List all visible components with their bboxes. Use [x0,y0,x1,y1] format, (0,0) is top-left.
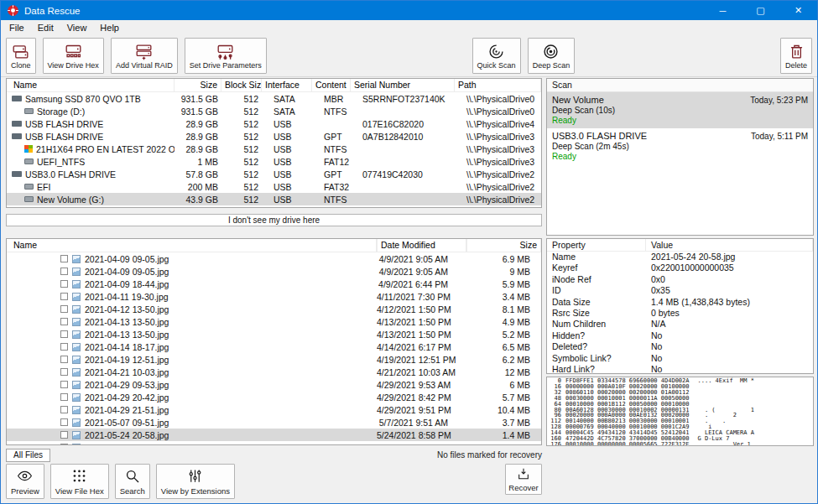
drive-row[interactable]: USB FLASH DRIVE 28.9 GB 512 USB 017E16C8… [7,117,541,130]
file-row[interactable]: 2021-04-21 10-03.jpg 4/21/2021 10:03 AM … [7,366,541,378]
file-checkbox[interactable] [60,431,68,439]
recover-button[interactable]: Recover [505,464,542,495]
file-checkbox[interactable] [60,406,68,413]
hex-ascii: Ver.1. [698,442,754,446]
drive-col-block-size[interactable]: Block Size [221,79,262,91]
property-value: No [646,341,813,352]
file-checkbox[interactable] [60,318,68,325]
jpg-file-icon [72,418,81,427]
file-row[interactable]: 2021-04-13 13-50.jpg 4/13/2021 1:50 PM 5… [7,328,541,340]
file-checkbox[interactable] [60,444,68,445]
file-row[interactable]: 2021-04-14 18-17.jpg 4/14/2021 6:17 PM 6… [7,340,541,353]
file-checkbox[interactable] [60,381,68,388]
drive-row[interactable]: USB3.0 FLASH DRIVE 57.8 GB 512 USB GPT 0… [7,168,541,180]
file-checkbox[interactable] [60,293,68,300]
drive-path: \\.\PhysicalDrive2 [455,195,541,205]
drive-row[interactable]: Storage (D:) 931.5 GB 512 SATA NTFS \\.\… [7,105,541,117]
sliders-icon [187,468,203,486]
search-button[interactable]: Search [115,464,150,499]
jpg-file-icon [72,343,81,351]
file-row[interactable]: 2021-04-29 21-51.jpg 4/29/2021 9:51 PM 1… [7,403,541,416]
property-row: iNode Ref 0x0 [547,274,813,285]
file-checkbox[interactable] [60,393,68,401]
view-file-hex-button[interactable]: View File Hex [50,464,109,499]
hex-grid-icon [71,468,87,486]
file-checkbox[interactable] [60,418,68,426]
file-row[interactable]: 2021-04-29 20-42.jpg 4/29/2021 8:42 PM 5… [7,391,541,403]
menu-help[interactable]: Help [93,23,126,33]
hex-line: 176 00010000 00000000 00005665 722E312E … [547,442,813,446]
preview-button[interactable]: Preview [6,464,44,499]
drive-col-name[interactable]: Name [7,79,175,91]
property-value: No [646,364,813,374]
file-checkbox[interactable] [60,343,68,351]
drive-row[interactable]: EFI 200 MB 512 USB FAT32 \\.\PhysicalDri… [7,180,541,193]
file-row[interactable]: 2021-12-04 10-00.jpg 12/4/2021 1:53 PM 3… [7,441,541,445]
dont-see-drive-button[interactable]: I don't see my drive here [6,214,542,226]
drive-row[interactable]: Samsung SSD 870 QVO 1TB 931.5 GB 512 SAT… [7,92,541,105]
drive-col-interface[interactable]: Interface [262,79,312,91]
drive-col-content[interactable]: Content [312,79,351,91]
drive-col-serial[interactable]: Serial Number [351,79,455,91]
delete-button[interactable]: Delete [780,38,812,74]
set-drive-parameters-button[interactable]: Set Drive Parameters [185,38,267,74]
drive-col-size[interactable]: Size [175,79,221,91]
file-row[interactable]: 2021-04-13 13-50.jpg 4/13/2021 1:50 PM 4… [7,315,541,328]
tab-all-files[interactable]: All Files [6,449,50,462]
file-row[interactable]: 2021-04-12 13-50.jpg 4/12/2021 1:50 PM 8… [7,303,541,315]
drive-col-path[interactable]: Path [455,79,541,91]
menu-edit[interactable]: Edit [31,23,60,33]
drive-block-size: 512 [221,157,262,167]
file-date-modified: 4/29/2021 8:42 PM [377,392,466,403]
scan-entry[interactable]: USB3.0 FLASH DRIVE Today, 5:11 PM Deep S… [547,128,813,164]
drive-path: \\.\PhysicalDrive3 [455,144,541,154]
file-row[interactable]: 2021-05-07 09-51.jpg 5/7/2021 9:51 AM 3.… [7,416,541,429]
drive-row[interactable]: USB FLASH DRIVE 28.9 GB 512 USB GPT 0A7B… [7,130,541,143]
quick-scan-button[interactable]: Quick Scan [472,38,521,74]
volume-icon [24,196,34,202]
scan-entry[interactable]: New Volume Today, 5:23 PM Deep Scan (10s… [547,92,813,128]
file-checkbox[interactable] [60,368,68,376]
maximize-button[interactable]: ▢ [742,1,779,20]
file-size: 1.4 MB [466,430,541,440]
file-checkbox[interactable] [60,356,68,363]
file-col-name[interactable]: Name [7,239,377,252]
deep-scan-button[interactable]: Deep Scan [528,38,576,74]
drive-row[interactable]: UEFI_NTFS 1 MB 512 USB FAT12 \\.\Physica… [7,155,541,168]
property-header: Property Value [547,239,813,252]
file-checkbox[interactable] [60,255,68,262]
menu-view[interactable]: View [60,23,94,33]
file-row[interactable]: 2021-04-29 09-53.jpg 4/29/2021 9:53 AM 6… [7,378,541,391]
view-drive-hex-button[interactable]: View Drive Hex [43,38,104,74]
drive-size: 57.8 GB [175,169,221,179]
file-row[interactable]: 2021-04-11 19-30.jpg 4/11/2021 7:30 PM 3… [7,290,541,303]
drive-size: 43.9 GB [175,195,221,205]
file-row[interactable]: 2021-04-19 12-51.jpg 4/19/2021 12:51 PM … [7,353,541,366]
file-checkbox[interactable] [60,280,68,288]
file-row[interactable]: 2021-05-24 20-58.jpg 5/24/2021 8:58 PM 1… [7,429,541,441]
file-col-date[interactable]: Date Modified [377,239,466,252]
close-button[interactable]: ✕ [779,1,817,20]
minimize-button[interactable]: ─ [704,1,742,20]
file-checkbox[interactable] [60,305,68,313]
property-value: 0x35 [646,285,813,296]
file-checkbox[interactable] [60,330,68,338]
drive-row[interactable]: 21H1X64 PRO EN LATEST 2022 OFFIC (F:) 28… [7,143,541,155]
file-col-size[interactable]: Size [466,239,541,252]
add-virtual-raid-button[interactable]: Add Virtual RAID [111,38,178,74]
file-row[interactable]: 2021-04-09 09-05.jpg 4/9/2021 9:05 AM 9 … [7,265,541,278]
eye-icon [17,468,33,486]
file-size: 12 MB [466,367,541,377]
clone-button[interactable]: Clone [6,38,36,74]
trash-icon [788,43,805,60]
view-by-extensions-button[interactable]: View by Extensions [156,464,235,499]
file-table-header: Name Date Modified Size [7,239,541,252]
file-size: 5.2 MB [466,330,541,340]
menu-file[interactable]: File [3,23,31,33]
scan-panel-title: Scan [547,79,813,92]
drive-row[interactable]: New Volume (G:) 43.9 GB 512 USB NTFS \\.… [7,193,541,205]
file-checkbox[interactable] [60,268,68,275]
file-row[interactable]: 2021-04-09 18-44.jpg 4/9/2021 6:44 PM 5.… [7,278,541,290]
file-row[interactable]: 2021-04-09 09-05.jpg 4/9/2021 9:05 AM 6.… [7,252,541,265]
drive-content: NTFS [312,144,351,154]
